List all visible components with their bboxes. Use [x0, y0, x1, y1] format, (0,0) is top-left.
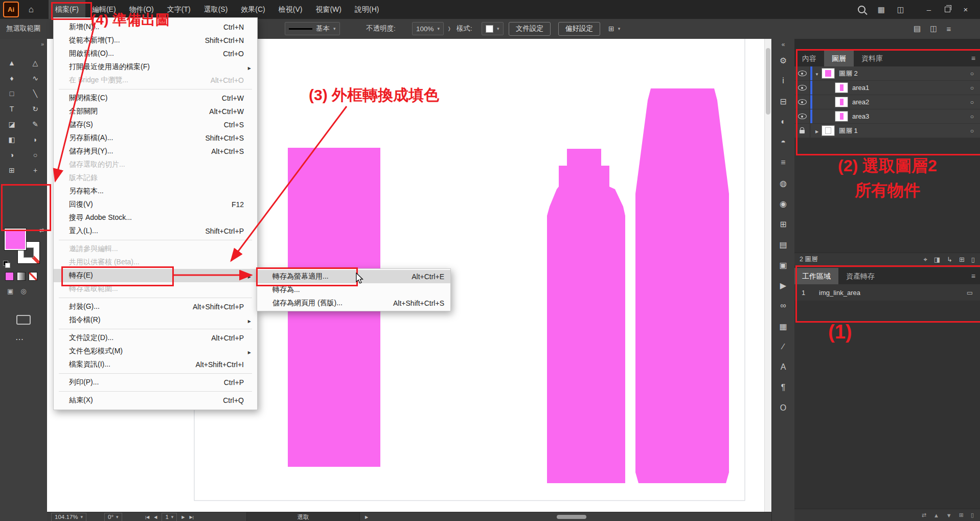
file-menu-save[interactable]: 儲存(S) Ctrl+S [54, 118, 257, 131]
hand-tool[interactable]: + [24, 163, 47, 178]
file-menu-item[interactable] [59, 298, 252, 298]
visibility-toggle[interactable] [794, 124, 810, 138]
menu-effect[interactable]: 效果(C) [234, 0, 271, 19]
tab-artboards[interactable]: 工作區域 [794, 268, 838, 284]
default-fill-stroke-icon[interactable] [3, 261, 10, 267]
brushes-panel-icon[interactable]: ∕ [772, 336, 795, 357]
expand-caret-icon[interactable] [812, 127, 822, 134]
make-clip-mask-icon[interactable]: ◨ [934, 256, 940, 264]
menu-window[interactable]: 視窗(W) [309, 0, 348, 19]
visibility-toggle[interactable] [794, 81, 810, 95]
vertical-scrollbar-thumb[interactable] [766, 48, 770, 115]
file-menu-save-as[interactable]: 另存新檔(A)... Shift+Ctrl+S [54, 131, 257, 145]
dock-icon[interactable]: ◫ [930, 24, 937, 33]
horizontal-scrollbar-thumb[interactable] [557, 515, 586, 519]
eraser-tool[interactable]: ◪ [0, 117, 24, 132]
file-menu-new-from-template[interactable]: 從範本新增(T)... Shift+Ctrl+N [54, 34, 257, 47]
file-menu-version-history[interactable]: 版本記錄 [54, 171, 257, 185]
document-setup-button[interactable]: 文件設定 [509, 19, 551, 38]
new-layer-icon[interactable]: ⊞ [959, 256, 965, 264]
shape-bottle-small[interactable] [547, 149, 625, 483]
file-menu-document-setup[interactable]: 文件設定(D)... Alt+Ctrl+P [54, 331, 257, 345]
workspace-switcher-icon[interactable]: ▦ [878, 5, 885, 14]
menu-view[interactable]: 檢視(V) [272, 0, 309, 19]
file-menu-item[interactable] [59, 240, 252, 240]
file-menu-save-selected-slices[interactable]: 儲存選取的切片... [54, 158, 257, 171]
file-menu-file-info[interactable]: 檔案資訊(I)... Alt+Shift+Ctrl+I [54, 358, 257, 371]
asset-export-panel-icon[interactable]: ▦ [772, 316, 795, 336]
rotate-tool[interactable]: ↻ [24, 101, 47, 117]
eyedropper-tool[interactable]: ◗ [24, 132, 47, 147]
fill-swatch[interactable] [4, 228, 27, 251]
color-panel-icon[interactable]: ◐ [772, 111, 795, 132]
layer-row-area3[interactable]: area3 ○ [794, 109, 980, 124]
file-menu-browse-bridge[interactable]: 在 Bridge 中瀏覽... Alt+Ctrl+O [54, 74, 257, 87]
file-menu-export[interactable]: 轉存(E) [54, 269, 257, 282]
export-as[interactable]: 轉存為... [257, 283, 450, 297]
first-artboard-icon[interactable]: |◀ [145, 515, 149, 519]
panel-menu-icon[interactable]: ≡ [946, 25, 951, 33]
style-combo[interactable]: ▾ [482, 19, 504, 38]
swatches-panel-icon[interactable]: ⊞ [772, 214, 795, 234]
draw-normal-icon[interactable]: ▣ [7, 287, 13, 295]
file-menu-export-selection[interactable]: 轉存選取範圍... [54, 282, 257, 296]
color-guide-panel-icon[interactable]: ◓ [772, 132, 795, 152]
rotation-control[interactable]: 0°▾ [104, 512, 122, 521]
file-menu-item[interactable] [59, 89, 252, 89]
draw-behind-icon[interactable]: ◎ [20, 287, 26, 295]
file-menu-item[interactable] [59, 373, 252, 374]
info-panel-icon[interactable]: i [772, 71, 795, 91]
none-button[interactable] [29, 272, 37, 281]
locate-object-icon[interactable]: ⌖ [923, 256, 927, 264]
target-circle-icon[interactable]: ○ [970, 113, 974, 120]
move-up-icon[interactable]: ▲ [933, 512, 939, 518]
layer-row-layer2[interactable]: 圖層 2 ○ [794, 66, 980, 81]
artboard-number-combo[interactable]: 1▾ [162, 513, 177, 521]
type-tool[interactable]: T [0, 101, 24, 117]
minimize-button[interactable]: – [920, 0, 938, 19]
tab-properties[interactable]: 內容 [794, 50, 824, 66]
home-icon[interactable]: ⌂ [25, 5, 37, 15]
line-segment-tool[interactable]: ╲ [24, 86, 47, 101]
appearance-panel-icon[interactable]: ▤ [772, 234, 795, 255]
file-menu-print[interactable]: 列印(P)... Ctrl+P [54, 376, 257, 389]
zoom-tool[interactable]: ○ [24, 147, 47, 163]
export-for-screens[interactable]: 轉存為螢幕適用... Alt+Ctrl+E [257, 270, 450, 283]
file-menu-place[interactable]: 置入(L)... Shift+Ctrl+P [54, 224, 257, 238]
preferences-button[interactable]: 偏好設定 [558, 19, 600, 38]
delete-layer-icon[interactable]: ▯ [971, 256, 975, 264]
file-menu-scripts[interactable]: 指令檔(R) [54, 313, 257, 327]
file-menu-open-recent[interactable]: 打開最近使用過的檔案(F) [54, 60, 257, 74]
artboard-row-1[interactable]: 1 img_link_area ▭ [794, 284, 980, 301]
tab-libraries[interactable]: 資料庫 [854, 50, 891, 66]
status-options-icon[interactable]: ▶ [365, 512, 368, 521]
stroke-style-combo[interactable]: 基本▾ [285, 19, 340, 38]
actions-panel-icon[interactable]: ▶ [772, 275, 795, 296]
stroke-panel-icon[interactable]: ≡ [772, 152, 795, 173]
blend-tool[interactable]: ◑ [0, 147, 24, 163]
graphic-styles-panel-icon[interactable]: ▣ [772, 255, 795, 275]
close-button[interactable]: × [956, 0, 975, 19]
save-for-web-legacy[interactable]: 儲存為網頁用 (舊版)... Alt+Shift+Ctrl+S [257, 297, 450, 310]
workspace-grid-icon[interactable]: ▤ [914, 24, 921, 33]
artboards-panel-menu-icon[interactable]: ≡ [971, 268, 975, 284]
toolbar-options-icon[interactable]: » [41, 41, 44, 47]
vertical-scrollbar[interactable] [764, 39, 771, 512]
pen-tool[interactable]: ♦ [0, 71, 24, 86]
pencil-tool[interactable]: ✎ [24, 117, 47, 132]
next-artboard-icon[interactable]: ▶ [181, 515, 185, 519]
file-menu-save-copy[interactable]: 儲存拷貝(Y)... Alt+Ctrl+S [54, 145, 257, 158]
gradient-button[interactable] [17, 272, 26, 281]
file-menu-item[interactable] [59, 329, 252, 329]
new-artboard-icon[interactable]: ⊞ [959, 512, 964, 518]
layer-row-area1[interactable]: area1 ○ [794, 81, 980, 95]
target-circle-icon[interactable]: ○ [970, 70, 974, 77]
file-menu-share-for-review[interactable]: 共用以供審核 (Beta)... [54, 256, 257, 269]
visibility-toggle[interactable] [794, 66, 810, 80]
tab-layers[interactable]: 圖層 [824, 50, 854, 66]
rearrange-artboards-icon[interactable]: ⇄ [922, 512, 926, 518]
target-circle-icon[interactable]: ○ [970, 127, 974, 134]
more-options-chevron-icon[interactable]: ❭ [447, 26, 451, 31]
tab-asset-export[interactable]: 資產轉存 [838, 268, 882, 284]
file-menu-package[interactable]: 封裝(G)... Alt+Shift+Ctrl+P [54, 300, 257, 313]
